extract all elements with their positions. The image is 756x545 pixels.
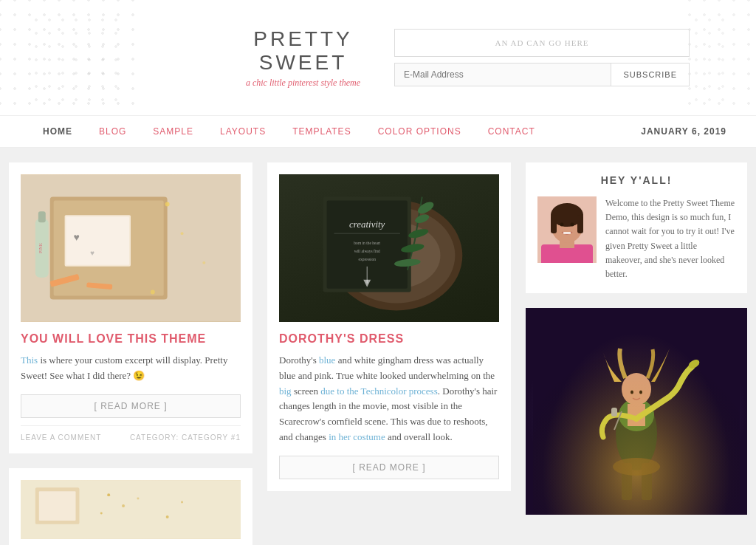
svg-point-52 <box>571 223 574 227</box>
avatar <box>537 196 597 263</box>
svg-rect-60 <box>642 463 652 500</box>
svg-point-51 <box>560 223 564 227</box>
header-ad-area: AN AD CAN GO HERE SUBSCRIBE <box>394 29 690 86</box>
main-nav: HOME BLOG SAMPLE LAYOUTS TEMPLATES COLOR… <box>0 115 756 148</box>
nav-link-blog[interactable]: BLOG <box>86 116 140 147</box>
site-title: PRETTY SWEET <box>212 27 394 75</box>
svg-point-63 <box>622 373 651 405</box>
svg-text:♥: ♥ <box>74 232 80 243</box>
post-1-excerpt: This is where your custom excerpt will d… <box>21 353 241 384</box>
post-bottom-svg <box>21 480 241 539</box>
svg-point-8 <box>202 261 205 264</box>
ad-placeholder: AN AD CAN GO HERE <box>394 29 690 57</box>
svg-point-23 <box>166 515 169 518</box>
post-1-comment-link[interactable]: LEAVE A COMMENT <box>21 433 101 442</box>
svg-rect-55 <box>533 308 740 515</box>
post-2-excerpt: Dorothy's blue and white gingham dress w… <box>279 353 499 445</box>
site-branding: PRETTY SWEET a chic little pinterest sty… <box>212 27 394 89</box>
header-dots-left <box>30 13 118 102</box>
sidebar-about-text: Welcome to the Pretty Sweet Theme Demo, … <box>605 196 735 281</box>
svg-rect-59 <box>622 463 632 500</box>
post-card-bottom <box>9 468 252 545</box>
post-card-2: creativity born in the heart will always… <box>267 162 511 491</box>
svg-point-21 <box>100 512 103 514</box>
post-2-link-1[interactable]: blue <box>319 354 335 366</box>
nav-item-home[interactable]: HOME <box>30 116 86 147</box>
header: PRETTY SWEET a chic little pinterest sty… <box>0 0 756 115</box>
avatar-svg <box>537 196 597 263</box>
nav-item-contact[interactable]: CONTACT <box>475 116 549 147</box>
nav-link-color-options[interactable]: COLOR OPTIONS <box>365 116 475 147</box>
svg-point-62 <box>687 358 701 371</box>
svg-point-56 <box>616 397 657 470</box>
nav-date: JANUARY 6, 2019 <box>641 126 726 137</box>
svg-text:will always find: will always find <box>354 249 380 253</box>
email-input[interactable] <box>394 63 611 86</box>
post-2-svg: creativity born in the heart will always… <box>279 174 499 322</box>
sidebar-image-section <box>526 308 747 515</box>
svg-text:creativity: creativity <box>349 219 385 230</box>
svg-rect-10 <box>38 211 46 222</box>
svg-point-61 <box>613 458 660 476</box>
svg-rect-49 <box>551 215 557 233</box>
post-2-read-more[interactable]: [ READ MORE ] <box>279 456 499 479</box>
post-2-link-2[interactable]: big <box>279 385 292 397</box>
svg-point-5 <box>165 202 170 206</box>
col-left: ♥ ♥ PINK YOU WILL LOVE THIS THEME This i… <box>9 162 252 545</box>
col-right: HEY Y'ALL! <box>526 162 747 545</box>
post-1-svg: ♥ ♥ PINK <box>21 174 241 322</box>
svg-rect-54 <box>533 308 740 515</box>
nav-item-color-options[interactable]: COLOR OPTIONS <box>365 116 475 147</box>
post-2-link-4[interactable]: in her costume <box>329 431 385 442</box>
nav-link-sample[interactable]: SAMPLE <box>140 116 207 147</box>
post-1-title: YOU WILL LOVE THIS THEME <box>21 332 241 346</box>
post-bottom-image <box>21 480 241 539</box>
site-tagline: a chic little pinterest style theme <box>212 78 394 89</box>
sidebar-stage-image <box>526 308 747 515</box>
svg-point-19 <box>107 493 110 496</box>
stage-svg <box>526 308 747 515</box>
post-1-footer: LEAVE A COMMENT CATEGORY: CATEGORY #1 <box>21 425 241 442</box>
post-2-title: DOROTHY'S DRESS <box>279 332 499 346</box>
nav-link-layouts[interactable]: LAYOUTS <box>207 116 279 147</box>
sidebar-about-content: Welcome to the Pretty Sweet Theme Demo, … <box>537 196 735 281</box>
nav-link-contact[interactable]: CONTACT <box>475 116 549 147</box>
svg-rect-58 <box>628 404 645 426</box>
post-2-image: creativity born in the heart will always… <box>279 174 499 322</box>
svg-rect-50 <box>577 215 583 233</box>
svg-point-24 <box>181 501 183 503</box>
svg-point-6 <box>181 232 184 235</box>
main-wrapper: ♥ ♥ PINK YOU WILL LOVE THIS THEME This i… <box>1 148 755 545</box>
nav-item-templates[interactable]: TEMPLATES <box>279 116 364 147</box>
post-card-1: ♥ ♥ PINK YOU WILL LOVE THIS THEME This i… <box>9 162 252 453</box>
nav-item-layouts[interactable]: LAYOUTS <box>207 116 279 147</box>
svg-rect-18 <box>39 491 76 521</box>
subscribe-button[interactable]: SUBSCRIBE <box>611 63 690 86</box>
svg-point-7 <box>151 290 155 295</box>
svg-line-66 <box>614 411 622 430</box>
svg-rect-53 <box>563 232 571 234</box>
svg-text:expression: expression <box>359 257 377 261</box>
svg-point-57 <box>619 399 654 431</box>
header-dots-right <box>690 13 726 102</box>
email-subscribe-form: SUBSCRIBE <box>394 63 690 86</box>
nav-links: HOME BLOG SAMPLE LAYOUTS TEMPLATES COLOR… <box>30 116 549 147</box>
svg-point-22 <box>137 497 139 499</box>
nav-link-home[interactable]: HOME <box>30 116 86 147</box>
svg-text:PINK: PINK <box>38 242 43 253</box>
nav-item-sample[interactable]: SAMPLE <box>140 116 207 147</box>
svg-text:born in the heart: born in the heart <box>354 241 380 245</box>
post-1-image: ♥ ♥ PINK <box>21 174 241 322</box>
svg-point-64 <box>630 391 633 394</box>
sidebar-about-title: HEY Y'ALL! <box>537 174 735 186</box>
post-2-link-3[interactable]: due to the Technicolor process <box>320 385 437 397</box>
svg-rect-67 <box>611 408 617 417</box>
svg-point-20 <box>122 504 125 507</box>
post-1-category: CATEGORY: CATEGORY #1 <box>130 433 241 442</box>
post-1-read-more[interactable]: [ READ MORE ] <box>21 394 241 418</box>
sidebar-about-section: HEY Y'ALL! <box>526 162 747 293</box>
col-center: creativity born in the heart will always… <box>267 162 511 545</box>
nav-item-blog[interactable]: BLOG <box>86 116 140 147</box>
svg-text:♥: ♥ <box>90 249 94 257</box>
nav-link-templates[interactable]: TEMPLATES <box>279 116 364 147</box>
